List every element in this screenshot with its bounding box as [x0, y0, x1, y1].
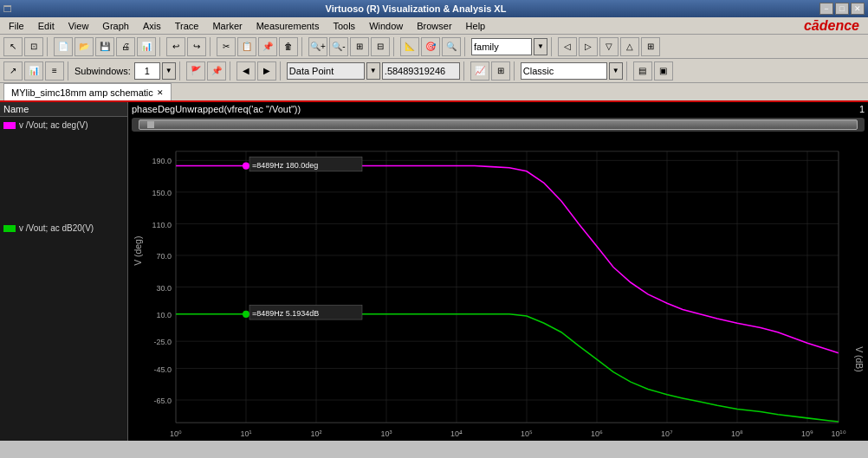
tb2-nav-right[interactable]: ▶ [257, 61, 276, 81]
tb-nav4[interactable]: △ [620, 37, 639, 56]
legend-item-1: v /Vout; ac dB20(V) [0, 220, 127, 236]
maximize-button[interactable]: □ [835, 3, 849, 15]
menu-help[interactable]: Help [459, 19, 493, 33]
svg-text:110.0: 110.0 [152, 220, 172, 229]
svg-text:70.0: 70.0 [156, 252, 172, 261]
family-dropdown[interactable]: ▼ [471, 38, 547, 55]
svg-text:-65.0: -65.0 [154, 397, 172, 405]
family-dropdown-arrow[interactable]: ▼ [534, 38, 547, 55]
tb-zoom-out[interactable]: 🔍- [329, 37, 348, 56]
tb2-b5[interactable]: ▣ [654, 61, 673, 81]
tb-print[interactable]: 🖨 [116, 37, 135, 56]
tb2-b2[interactable]: 📊 [24, 61, 43, 81]
menu-browser[interactable]: Browser [410, 19, 458, 33]
scrollbar-marker [147, 121, 154, 128]
tb2-b1[interactable]: ↗ [3, 61, 23, 81]
menu-trace[interactable]: Trace [168, 19, 206, 33]
close-button[interactable]: ✕ [851, 3, 865, 15]
data-point-input[interactable] [287, 62, 365, 80]
window-title: Virtuoso (R) Visualization & Analysis XL [12, 3, 819, 14]
tb-measure[interactable]: 📐 [400, 37, 419, 56]
menu-bar: File Edit View Graph Axis Trace Marker M… [0, 17, 868, 35]
svg-text:10⁷: 10⁷ [661, 429, 673, 438]
toolbar-2: ↗ 📊 ≡ Subwindows: ▼ 🚩 📌 ◀ ▶ ▼ 📈 ⊞ ▼ ▤ ▣ [0, 59, 868, 83]
tb-zoom-fit[interactable]: ⊞ [350, 37, 369, 56]
tb2-nav-left[interactable]: ◀ [236, 61, 256, 81]
tb-select[interactable]: ⊡ [24, 37, 43, 56]
tb2-flag2[interactable]: 📌 [207, 61, 226, 81]
svg-text:10⁸: 10⁸ [731, 429, 743, 438]
tb-nav1[interactable]: ◁ [558, 37, 577, 56]
tb-save[interactable]: 💾 [95, 37, 114, 56]
svg-text:150.0: 150.0 [152, 189, 172, 197]
tb-copy[interactable]: 📋 [237, 37, 256, 56]
chart-scrollbar[interactable] [132, 118, 865, 132]
chart-title: phaseDegUnwrapped(vfreq('ac "/Vout")) [132, 104, 301, 114]
subwindows-input[interactable] [134, 62, 160, 80]
tb-pointer[interactable]: ↖ [3, 37, 23, 56]
tb2-b3[interactable]: ≡ [45, 61, 64, 81]
svg-text:10⁵: 10⁵ [521, 429, 533, 438]
menu-window[interactable]: Window [362, 19, 410, 33]
tb-zoom-in[interactable]: 🔍+ [308, 37, 327, 56]
menu-tools[interactable]: Tools [326, 19, 362, 33]
tab-close-button[interactable]: ✕ [157, 88, 164, 97]
tb2-flag1[interactable]: 🚩 [186, 61, 205, 81]
chart-svg: 190.0 150.0 110.0 70.0 30.0 10.0 -25.0 -… [128, 133, 868, 441]
svg-text:30.0: 30.0 [156, 284, 172, 293]
svg-text:10.0: 10.0 [156, 311, 172, 319]
family-input[interactable] [471, 38, 532, 55]
tb-redo[interactable]: ↪ [187, 37, 206, 56]
tb2-table[interactable]: ⊞ [491, 61, 510, 81]
subwindows-arrow[interactable]: ▼ [162, 62, 176, 80]
tb-delete[interactable]: 🗑 [279, 37, 298, 56]
legend-color-1 [3, 225, 16, 232]
tb-cut[interactable]: ✂ [217, 37, 236, 56]
minimize-button[interactable]: − [819, 3, 833, 15]
coord-input[interactable] [382, 62, 460, 80]
svg-text:10¹⁰: 10¹⁰ [832, 429, 846, 438]
legend-item-0: v /Vout; ac deg(V) [0, 117, 127, 133]
tb-nav3[interactable]: ▽ [599, 37, 619, 56]
legend-label-1: v /Vout; ac dB20(V) [19, 223, 94, 233]
menu-edit[interactable]: Edit [31, 19, 62, 33]
tb-zoom-box[interactable]: ⊟ [371, 37, 390, 56]
tb-undo[interactable]: ↩ [166, 37, 185, 56]
legend-title: Name [0, 102, 127, 117]
data-point-arrow[interactable]: ▼ [366, 62, 380, 80]
tb-new[interactable]: 📄 [54, 37, 73, 56]
subwindows-label: Subwindows: [74, 66, 131, 76]
tb-nav2[interactable]: ▷ [579, 37, 598, 56]
classic-input[interactable] [521, 62, 607, 80]
tab-bar: MYlib_simc18mm amp schematic ✕ [0, 83, 868, 102]
tb-search[interactable]: 🔍 [442, 37, 461, 56]
tb-grid[interactable]: ⊞ [641, 37, 660, 56]
menu-axis[interactable]: Axis [136, 19, 168, 33]
tb-paste[interactable]: 📌 [258, 37, 277, 56]
svg-text:=8489Hz 5.1934dB: =8489Hz 5.1934dB [252, 309, 319, 318]
svg-text:V (deg): V (deg) [133, 236, 143, 266]
legend-color-0 [3, 122, 16, 129]
menu-measurements[interactable]: Measurements [249, 19, 327, 33]
menu-file[interactable]: File [2, 19, 31, 33]
menu-view[interactable]: View [62, 19, 96, 33]
classic-arrow[interactable]: ▼ [609, 62, 623, 80]
svg-text:-45.0: -45.0 [154, 364, 172, 373]
tb2-b4[interactable]: ▤ [633, 61, 652, 81]
svg-text:freq (Hz): freq (Hz) [493, 440, 527, 441]
svg-point-45 [243, 162, 249, 169]
svg-point-46 [243, 311, 249, 318]
tb-chart[interactable]: 📊 [137, 37, 156, 56]
menu-marker[interactable]: Marker [205, 19, 249, 33]
scrollbar-thumb[interactable] [139, 119, 858, 130]
svg-text:-25.0: -25.0 [154, 338, 172, 346]
app-icon: 🗖 [3, 4, 12, 14]
svg-text:=8489Hz 180.0deg: =8489Hz 180.0deg [252, 161, 318, 170]
main-content: Name v /Vout; ac deg(V) v /Vout; ac dB20… [0, 102, 868, 441]
tab-schematic[interactable]: MYlib_simc18mm amp schematic ✕ [3, 83, 172, 100]
tb-open[interactable]: 📂 [74, 37, 94, 56]
cadence-logo: cādence [804, 18, 866, 34]
tb2-chart[interactable]: 📈 [470, 61, 489, 81]
tb-target[interactable]: 🎯 [421, 37, 440, 56]
menu-graph[interactable]: Graph [95, 19, 136, 33]
